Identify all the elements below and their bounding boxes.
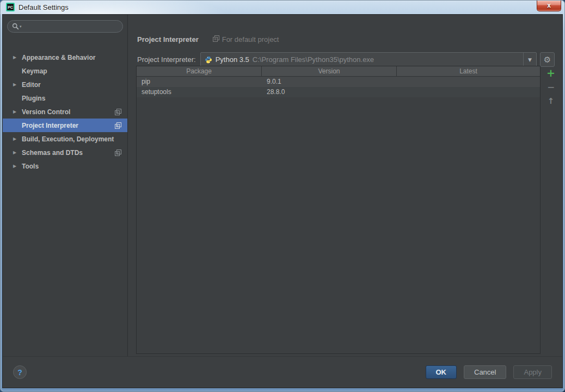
gear-icon[interactable]: ⚙ [540,52,555,67]
package-row-setuptools[interactable]: setuptools28.8.0 [137,87,540,97]
search-icon [12,23,19,30]
interpreter-path: C:\Program Files\Python35\python.exe [253,55,374,64]
per-project-icon [115,122,121,129]
settings-dialog: ▾ ▶Appearance & BehaviorKeymap▶EditorPlu… [2,14,563,388]
settings-content: Project Interpreter For default project … [128,15,562,356]
python-icon [205,56,212,64]
sidebar-item-label: Editor [22,81,41,89]
close-button[interactable]: x [537,1,561,11]
titlebar[interactable]: PC Default Settings x [0,0,565,14]
sidebar-item-label: Version Control [22,108,70,116]
pycharm-app-icon: PC [6,3,15,11]
cell-version: 9.0.1 [262,77,397,87]
scope-note-label: For default project [222,35,279,43]
footer-buttons: OK Cancel Apply [426,365,552,379]
settings-tree: ▶Appearance & BehaviorKeymap▶EditorPlugi… [3,51,127,173]
cancel-button[interactable]: Cancel [464,365,506,379]
package-table-empty-area [137,97,540,353]
search-options-caret-icon[interactable]: ▾ [20,24,22,29]
window-title: Default Settings [19,3,69,11]
column-header-package[interactable]: Package [137,66,262,76]
per-project-icon [115,150,121,156]
sidebar-item-keymap[interactable]: Keymap [3,64,127,78]
scope-note: For default project [213,35,279,43]
sidebar-item-version-control[interactable]: ▶Version Control [3,105,127,119]
cell-package: pip [137,77,262,87]
upgrade-package-button[interactable]: ↑ [539,94,562,108]
expand-arrow-icon[interactable]: ▶ [13,150,22,155]
sidebar-item-label: Plugins [22,95,45,102]
dialog-footer: ? OK Cancel Apply [3,356,562,388]
sidebar-item-label: Appearance & Behavior [22,54,95,61]
package-row-pip[interactable]: pip9.0.1 [137,77,540,87]
apply-button: Apply [513,365,552,379]
expand-arrow-icon[interactable]: ▶ [13,164,22,169]
sidebar-item-schemas-and-dtds[interactable]: ▶Schemas and DTDs [3,146,127,159]
sidebar-item-label: Keymap [22,67,47,75]
column-header-version[interactable]: Version [262,66,397,76]
interpreter-select[interactable]: Python 3.5 C:\Program Files\Python35\pyt… [200,52,537,67]
remove-package-button[interactable]: − [539,80,562,94]
interpreter-label: Project Interpreter: [137,55,196,64]
interpreter-name: Python 3.5 [216,55,249,64]
window-frame: PC Default Settings x ▾ ▶Appearance & Be… [0,0,565,392]
sidebar-item-appearance-behavior[interactable]: ▶Appearance & Behavior [3,51,127,64]
column-header-latest[interactable]: Latest [397,66,540,76]
expand-arrow-icon[interactable]: ▶ [13,136,22,141]
chevron-down-icon[interactable]: ▼ [523,53,536,66]
expand-arrow-icon[interactable]: ▶ [13,109,22,114]
help-button[interactable]: ? [13,365,27,379]
settings-search-input[interactable]: ▾ [7,20,123,33]
sidebar-item-plugins[interactable]: Plugins [3,91,127,105]
ok-button[interactable]: OK [426,365,457,379]
sidebar-item-label: Project Interpreter [22,122,78,129]
cell-package: setuptools [137,87,262,97]
package-table: PackageVersionLatest pip9.0.1setuptools2… [136,66,541,354]
expand-arrow-icon[interactable]: ▶ [13,55,22,60]
settings-sidebar: ▾ ▶Appearance & BehaviorKeymap▶EditorPlu… [3,15,128,356]
sidebar-item-label: Schemas and DTDs [22,149,83,157]
sidebar-item-project-interpreter[interactable]: Project Interpreter [3,119,127,132]
sidebar-item-editor[interactable]: ▶Editor [3,78,127,91]
sidebar-item-label: Tools [22,163,39,170]
page-title: Project Interpreter [137,35,199,43]
package-table-header: PackageVersionLatest [137,66,540,77]
sidebar-item-tools[interactable]: ▶Tools [3,159,127,173]
cell-version: 28.8.0 [262,87,397,97]
cell-latest [397,87,540,97]
sidebar-item-build-execution-deployment[interactable]: ▶Build, Execution, Deployment [3,132,127,146]
per-project-icon [213,35,219,43]
content-header: Project Interpreter For default project [137,35,279,43]
interpreter-row: Project Interpreter: Python 3.5 C:\Progr… [137,52,555,67]
package-table-rows: pip9.0.1setuptools28.8.0 [137,77,540,97]
package-toolbar: + − ↑ [539,66,562,354]
cell-latest [397,77,540,87]
expand-arrow-icon[interactable]: ▶ [13,82,22,87]
sidebar-item-label: Build, Execution, Deployment [22,135,114,143]
add-package-button[interactable]: + [539,66,562,80]
per-project-icon [115,109,121,115]
